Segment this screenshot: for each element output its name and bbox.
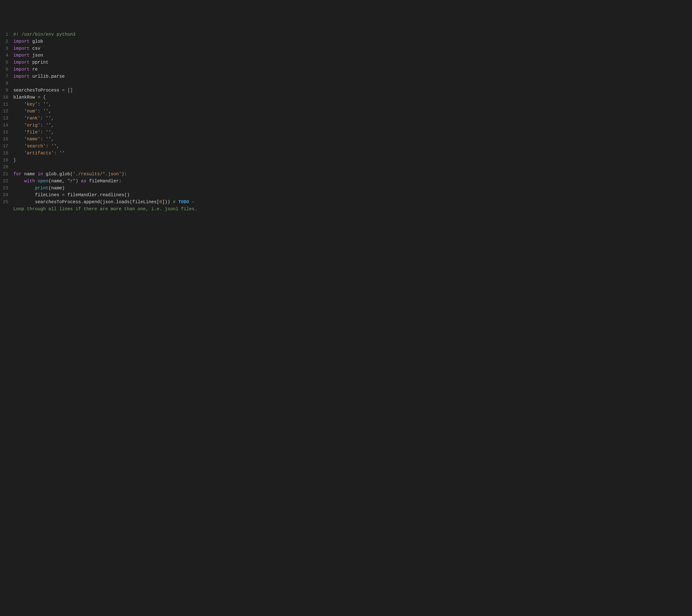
token-ident bbox=[13, 179, 24, 184]
token-keyword: import bbox=[13, 60, 29, 65]
token-punct: : bbox=[40, 136, 46, 142]
code-content[interactable]: searchesToProcess = [] bbox=[13, 87, 73, 94]
line-number: 12 bbox=[2, 108, 13, 115]
token-string: '' bbox=[46, 130, 51, 135]
token-ident bbox=[13, 130, 24, 135]
line-number: 17 bbox=[2, 143, 13, 150]
token-ident bbox=[13, 123, 24, 128]
code-line[interactable]: 2import glob bbox=[2, 38, 688, 45]
token-punct: : bbox=[46, 144, 51, 149]
code-line[interactable]: 3import csv bbox=[2, 45, 688, 52]
code-line[interactable]: 11 'key': '', bbox=[2, 101, 688, 108]
code-line[interactable]: 8 bbox=[2, 80, 688, 87]
code-line[interactable]: 20 bbox=[2, 164, 688, 171]
code-content[interactable]: } bbox=[13, 157, 16, 164]
token-ident bbox=[13, 151, 24, 156]
line-number: 25 bbox=[2, 199, 13, 206]
code-content[interactable]: 'rank': '', bbox=[13, 115, 54, 122]
code-line[interactable]: 24 fileLines = fileHandler.readlines() bbox=[2, 192, 688, 199]
code-content[interactable]: 'file': '', bbox=[13, 129, 54, 136]
token-string: '' bbox=[43, 109, 48, 114]
token-ident: urllib.parse bbox=[29, 74, 65, 79]
token-builtin: print bbox=[35, 185, 48, 191]
code-content[interactable]: 'num': '', bbox=[13, 108, 51, 115]
token-punct: , bbox=[48, 109, 51, 114]
line-number: 1 bbox=[2, 31, 13, 38]
token-punct: : bbox=[54, 151, 59, 156]
line-number: 23 bbox=[2, 185, 13, 192]
code-line[interactable]: 16 'name': '', bbox=[2, 136, 688, 143]
token-ident bbox=[13, 144, 24, 149]
token-keyword: for bbox=[13, 172, 21, 177]
token-ident: (name) bbox=[48, 185, 65, 191]
token-keyword: import bbox=[13, 67, 29, 72]
code-line[interactable]: 7import urllib.parse bbox=[2, 73, 688, 80]
token-punct: , bbox=[57, 144, 59, 149]
code-content[interactable]: #! /usr/bin/env python3 bbox=[13, 31, 75, 38]
token-keyword: import bbox=[13, 46, 29, 51]
code-content[interactable]: import pprint bbox=[13, 59, 48, 66]
code-line[interactable]: 14 'orig': '', bbox=[2, 122, 688, 129]
code-line[interactable]: 12 'num': '', bbox=[2, 108, 688, 115]
code-line[interactable]: 23 print(name) bbox=[2, 185, 688, 192]
code-line[interactable]: 22 with open(name, "r") as fileHandler: bbox=[2, 178, 688, 185]
token-ident: fileHandler.readlines() bbox=[65, 193, 130, 198]
code-content[interactable]: Loop through all lines if there are more… bbox=[13, 206, 197, 213]
code-line[interactable]: 25 searchesToProcess.append(json.loads(f… bbox=[2, 199, 688, 206]
code-content[interactable]: import re bbox=[13, 66, 38, 73]
token-string: '' bbox=[46, 123, 51, 128]
token-string: '' bbox=[46, 116, 51, 121]
token-punct: : bbox=[40, 130, 46, 135]
token-comment: # bbox=[173, 199, 178, 205]
code-line[interactable]: 17 'search': '', bbox=[2, 143, 688, 150]
code-content[interactable]: 'search': '', bbox=[13, 143, 59, 150]
code-line[interactable]: 1#! /usr/bin/env python3 bbox=[2, 31, 688, 38]
code-line[interactable]: 13 'rank': '', bbox=[2, 115, 688, 122]
token-string: 'num' bbox=[24, 109, 38, 114]
line-number: 19 bbox=[2, 157, 13, 164]
code-content[interactable]: for name in glob.glob('./results/*.json'… bbox=[13, 171, 127, 178]
code-content[interactable]: 'artifacts': '' bbox=[13, 150, 65, 157]
token-punct: [] bbox=[65, 88, 73, 93]
code-editor[interactable]: 1#! /usr/bin/env python32import glob3imp… bbox=[2, 31, 688, 213]
token-keyword: import bbox=[13, 39, 29, 44]
code-line[interactable]: 4import json bbox=[2, 52, 688, 59]
token-ident bbox=[13, 185, 35, 191]
token-punct: : bbox=[38, 102, 43, 107]
code-line[interactable]: 10blankRow = { bbox=[2, 94, 688, 101]
line-number: 16 bbox=[2, 136, 13, 143]
code-content[interactable]: 'name': '', bbox=[13, 136, 54, 143]
token-keyword: as bbox=[81, 179, 86, 184]
token-todo: TODO bbox=[178, 199, 189, 205]
token-string: 'search' bbox=[24, 144, 46, 149]
code-line[interactable]: 21for name in glob.glob('./results/*.jso… bbox=[2, 171, 688, 178]
code-content[interactable]: searchesToProcess.append(json.loads(file… bbox=[13, 199, 197, 206]
code-line[interactable]: 6import re bbox=[2, 66, 688, 73]
code-content[interactable]: fileLines = fileHandler.readlines() bbox=[13, 192, 130, 199]
code-content[interactable]: import urllib.parse bbox=[13, 73, 65, 80]
code-content[interactable]: import json bbox=[13, 52, 43, 59]
token-keyword: import bbox=[13, 53, 29, 58]
token-ident: re bbox=[29, 67, 38, 72]
token-punct: : bbox=[38, 109, 43, 114]
code-content[interactable]: with open(name, "r") as fileHandler: bbox=[13, 178, 122, 185]
code-line[interactable]: 5import pprint bbox=[2, 59, 688, 66]
token-punct: = bbox=[62, 88, 65, 93]
code-content[interactable]: 'key': '', bbox=[13, 101, 51, 108]
code-content[interactable]: import csv bbox=[13, 45, 40, 52]
token-string: '' bbox=[51, 144, 57, 149]
code-content[interactable]: 'orig': '', bbox=[13, 122, 54, 129]
code-content[interactable]: import glob bbox=[13, 38, 43, 45]
token-ident bbox=[13, 136, 24, 142]
code-line[interactable]: 19} bbox=[2, 157, 688, 164]
token-string: "r" bbox=[67, 179, 75, 184]
code-content[interactable]: blankRow = { bbox=[13, 94, 46, 101]
code-line[interactable]: 9searchesToProcess = [] bbox=[2, 87, 688, 94]
code-line[interactable]: 15 'file': '', bbox=[2, 129, 688, 136]
code-content[interactable]: print(name) bbox=[13, 185, 65, 192]
token-ident: json bbox=[29, 53, 43, 58]
code-line[interactable]: 18 'artifacts': '' bbox=[2, 150, 688, 157]
token-string: 'key' bbox=[24, 102, 38, 107]
code-line[interactable]: Loop through all lines if there are more… bbox=[2, 206, 688, 213]
line-number: 4 bbox=[2, 52, 13, 59]
